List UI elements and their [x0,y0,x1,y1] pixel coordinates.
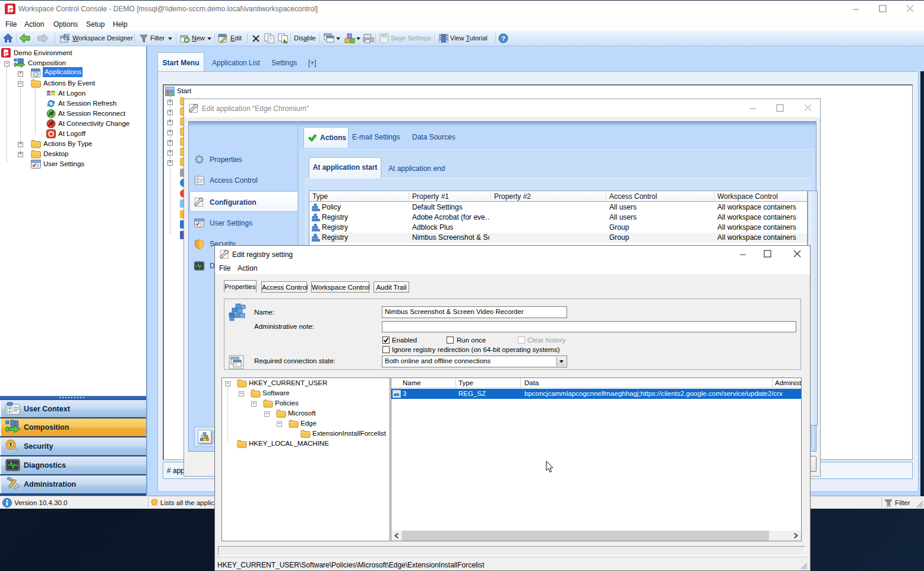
svg-text:ab: ab [394,392,399,397]
svg-text:?: ? [501,35,505,42]
